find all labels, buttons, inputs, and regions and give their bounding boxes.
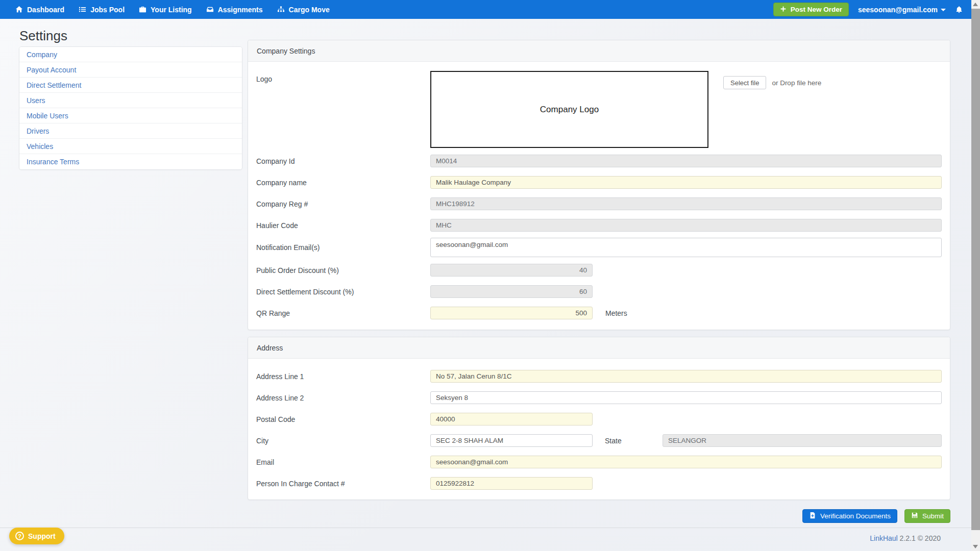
address-card-header: Address xyxy=(248,337,950,359)
select-file-button[interactable]: Select file xyxy=(723,76,766,89)
postal-code-field[interactable] xyxy=(430,413,593,425)
list-icon xyxy=(79,6,86,13)
haulier-code-field xyxy=(430,219,942,232)
email-row: Email xyxy=(256,456,942,468)
sidebar-item-label: Vehicles xyxy=(27,142,53,151)
state-field xyxy=(663,434,942,447)
footer-text: LinkHaul 2.2.1 © 2020 xyxy=(870,534,941,542)
caret-down-icon xyxy=(941,9,946,11)
nav-item-jobs-pool[interactable]: Jobs Pool xyxy=(71,0,132,19)
city-label: City xyxy=(256,437,430,445)
sidebar-item-label: Users xyxy=(27,96,45,105)
sidebar-item-label: Direct Settlement xyxy=(27,81,81,89)
nav-item-dashboard[interactable]: Dashboard xyxy=(8,0,71,19)
company-reg-field xyxy=(430,197,942,210)
logo-label: Logo xyxy=(256,71,430,83)
company-settings-card: Company Settings Logo Company Logo Selec… xyxy=(248,40,950,330)
email-label: Email xyxy=(256,458,430,466)
nav-item-label: Dashboard xyxy=(27,6,64,14)
public-order-discount-label: Public Order Discount (%) xyxy=(256,266,430,274)
settings-sidebar: Company Payout Account Direct Settlement… xyxy=(19,46,242,170)
submit-label: Submit xyxy=(922,512,944,520)
top-navbar: Dashboard Jobs Pool Your Listing Assignm… xyxy=(0,0,971,19)
inbox-icon xyxy=(206,6,214,13)
user-menu[interactable]: seesoonan@gmail.com xyxy=(858,6,946,14)
sidebar-item-insurance-terms[interactable]: Insurance Terms xyxy=(19,154,242,169)
vertical-scrollbar[interactable] xyxy=(971,0,980,551)
address-card: Address Address Line 1 Address Line 2 Po… xyxy=(248,337,950,500)
sidebar-item-payout-account[interactable]: Payout Account xyxy=(19,62,242,78)
save-icon xyxy=(911,512,918,520)
scrollbar-down-arrow[interactable] xyxy=(973,545,978,548)
haulier-code-row: Haulier Code xyxy=(256,219,942,232)
sidebar-item-label: Insurance Terms xyxy=(27,158,79,166)
nav-item-label: Cargo Move xyxy=(289,6,330,14)
pic-contact-row: Person In Charge Contact # xyxy=(256,477,942,490)
nav-item-assignments[interactable]: Assignments xyxy=(199,0,270,19)
company-id-row: Company Id xyxy=(256,155,942,167)
post-new-order-label: Post New Order xyxy=(791,6,842,13)
company-settings-card-header: Company Settings xyxy=(248,40,950,62)
direct-settlement-discount-label: Direct Settlement Discount (%) xyxy=(256,288,430,296)
qr-range-field[interactable] xyxy=(430,307,593,319)
nav-item-label: Your Listing xyxy=(151,6,192,14)
post-new-order-button[interactable]: Post New Order xyxy=(773,3,849,16)
public-order-discount-row: Public Order Discount (%) xyxy=(256,264,942,277)
address-line-1-field[interactable] xyxy=(430,370,942,383)
address-line-2-field[interactable] xyxy=(430,391,942,404)
page-title: Settings xyxy=(19,28,67,44)
company-settings-title: Company Settings xyxy=(257,47,315,55)
drop-file-hint: or Drop file here xyxy=(772,79,821,87)
postal-code-label: Postal Code xyxy=(256,415,430,423)
notification-emails-field[interactable]: seesoonan@gmail.com xyxy=(430,238,942,257)
footer-divider xyxy=(0,528,971,528)
sidebar-item-label: Drivers xyxy=(27,127,49,135)
nav-item-label: Assignments xyxy=(218,6,263,14)
footer-version: 2.2.1 © 2020 xyxy=(898,534,941,542)
company-name-row: Company name xyxy=(256,176,942,189)
company-reg-row: Company Reg # xyxy=(256,197,942,210)
nav-item-cargo-move[interactable]: Cargo Move xyxy=(270,0,337,19)
qr-range-label: QR Range xyxy=(256,309,430,317)
address-line-1-label: Address Line 1 xyxy=(256,372,430,381)
nav-item-your-listing[interactable]: Your Listing xyxy=(132,0,199,19)
pic-contact-field[interactable] xyxy=(430,477,593,490)
verification-documents-label: Verification Documents xyxy=(820,512,891,520)
submit-button[interactable]: Submit xyxy=(904,509,950,523)
verification-documents-button[interactable]: Verification Documents xyxy=(802,509,897,523)
sidebar-item-drivers[interactable]: Drivers xyxy=(19,123,242,139)
postal-code-row: Postal Code xyxy=(256,413,942,425)
support-button[interactable]: ? Support xyxy=(9,528,64,544)
home-icon xyxy=(15,6,23,13)
logo-row: Logo Company Logo Select file or Drop fi… xyxy=(256,71,942,148)
company-reg-label: Company Reg # xyxy=(256,200,430,208)
email-field[interactable] xyxy=(430,456,942,468)
qr-range-unit: Meters xyxy=(605,309,627,317)
haulier-code-label: Haulier Code xyxy=(256,221,430,230)
address-title: Address xyxy=(257,344,283,352)
address-line-2-row: Address Line 2 xyxy=(256,391,942,404)
nav-item-label: Jobs Pool xyxy=(90,6,125,14)
scrollbar-thumb[interactable] xyxy=(971,9,980,530)
sidebar-item-vehicles[interactable]: Vehicles xyxy=(19,139,242,154)
sidebar-item-users[interactable]: Users xyxy=(19,93,242,108)
city-field[interactable] xyxy=(430,434,593,447)
scrollbar-up-arrow[interactable] xyxy=(973,3,978,6)
question-circle-icon: ? xyxy=(15,532,24,540)
footer-brand-link[interactable]: LinkHaul xyxy=(870,534,897,542)
form-actions: Verification Documents Submit xyxy=(248,509,950,523)
company-name-field[interactable] xyxy=(430,176,942,189)
company-id-field xyxy=(430,155,942,167)
qr-range-row: QR Range Meters xyxy=(256,307,942,319)
sidebar-item-company[interactable]: Company xyxy=(19,47,242,62)
navbar-right: Post New Order seesoonan@gmail.com xyxy=(773,3,963,16)
notification-emails-row: Notification Email(s) seesoonan@gmail.co… xyxy=(256,238,942,257)
address-line-1-row: Address Line 1 xyxy=(256,370,942,383)
bell-icon[interactable] xyxy=(955,6,963,14)
pic-contact-label: Person In Charge Contact # xyxy=(256,480,430,488)
sidebar-item-label: Mobile Users xyxy=(27,112,68,120)
file-plus-icon xyxy=(809,512,816,520)
state-label: State xyxy=(605,437,663,445)
sidebar-item-direct-settlement[interactable]: Direct Settlement xyxy=(19,78,242,93)
sidebar-item-mobile-users[interactable]: Mobile Users xyxy=(19,108,242,123)
